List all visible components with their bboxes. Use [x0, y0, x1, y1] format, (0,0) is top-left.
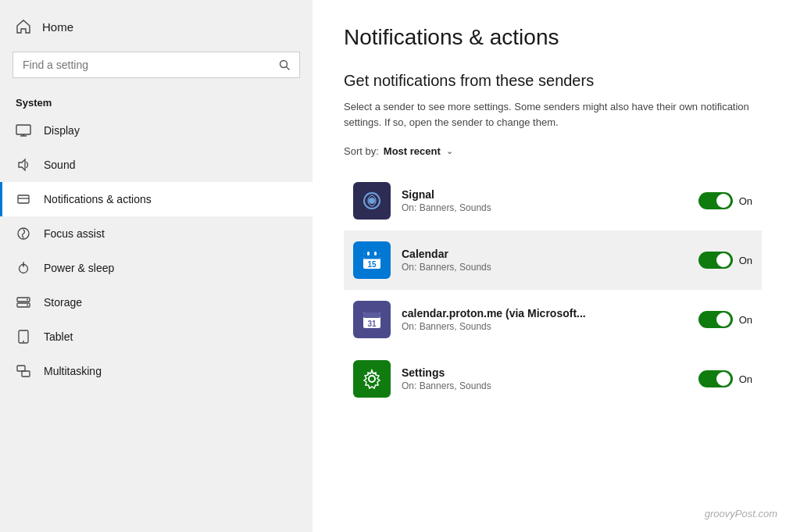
svg-marker-5 [19, 159, 25, 170]
multitasking-icon [16, 363, 31, 379]
page-title: Notifications & actions [344, 25, 762, 50]
chevron-down-icon: ⌄ [446, 146, 453, 156]
search-box[interactable] [13, 52, 300, 78]
sidebar-item-multitasking[interactable]: Multitasking [0, 354, 313, 388]
calendar-proton-toggle-label: On [739, 314, 752, 326]
home-label: Home [42, 20, 73, 34]
sidebar-item-sound[interactable]: Sound [0, 148, 313, 182]
calendar-toggle[interactable] [698, 252, 733, 269]
section-title: Get notifications from these senders [344, 72, 762, 90]
calendar-toggle-label: On [739, 255, 752, 266]
watermark: groovyPost.com [705, 508, 777, 520]
home-icon [16, 19, 31, 34]
svg-rect-6 [18, 195, 29, 203]
notif-item-settings[interactable]: Settings On: Banners, Sounds On [344, 349, 762, 409]
svg-rect-17 [17, 366, 25, 371]
section-desc: Select a sender to see more settings. So… [344, 99, 750, 130]
svg-rect-24 [367, 252, 370, 255]
sound-label: Sound [44, 159, 75, 171]
tablet-label: Tablet [44, 330, 73, 343]
svg-rect-18 [22, 371, 30, 377]
sidebar-item-tablet[interactable]: Tablet [0, 320, 313, 354]
svg-point-13 [27, 299, 28, 301]
calendar-name: Calendar [402, 248, 688, 260]
signal-toggle[interactable] [698, 192, 733, 209]
sound-icon [16, 157, 31, 173]
svg-rect-25 [374, 252, 377, 255]
sort-dropdown[interactable]: Most recent ⌄ [384, 145, 453, 157]
signal-name: Signal [402, 188, 688, 201]
settings-toggle-area: On [698, 370, 752, 387]
calendar-proton-toggle-area: On [698, 311, 752, 328]
calendar-proton-app-icon: 31 [353, 301, 391, 338]
settings-toggle-label: On [739, 373, 752, 385]
notif-item-calendar[interactable]: 15 Calendar On: Banners, Sounds On [344, 230, 762, 290]
settings-name: Settings [402, 366, 688, 379]
notifications-icon [16, 191, 31, 207]
calendar-status: On: Banners, Sounds [402, 262, 688, 273]
storage-label: Storage [44, 296, 82, 309]
power-icon [16, 260, 31, 276]
signal-toggle-label: On [739, 195, 752, 207]
signal-info: Signal On: Banners, Sounds [402, 188, 688, 213]
sidebar-item-focus[interactable]: Focus assist [0, 216, 313, 251]
svg-point-16 [23, 341, 24, 342]
svg-point-14 [27, 305, 28, 306]
system-section-label: System [0, 91, 313, 113]
sort-row: Sort by: Most recent ⌄ [344, 145, 762, 157]
svg-text:31: 31 [367, 320, 377, 328]
sidebar-item-home[interactable]: Home [0, 8, 313, 45]
sort-label: Sort by: [344, 145, 379, 157]
notif-item-calendar-proton[interactable]: 31 calendar.proton.me (via Microsoft... … [344, 290, 762, 349]
calendar-proton-toggle[interactable] [698, 311, 733, 328]
settings-status: On: Banners, Sounds [402, 380, 688, 391]
storage-icon [16, 295, 31, 310]
signal-status: On: Banners, Sounds [402, 202, 688, 213]
calendar-toggle-area: On [698, 252, 752, 269]
multitasking-label: Multitasking [44, 365, 102, 377]
signal-toggle-area: On [698, 192, 752, 209]
sort-value: Most recent [384, 145, 441, 157]
settings-app-icon [353, 360, 391, 398]
calendar-proton-status: On: Banners, Sounds [402, 321, 688, 332]
calendar-proton-info: calendar.proton.me (via Microsoft... On:… [402, 307, 688, 332]
calendar-proton-name: calendar.proton.me (via Microsoft... [402, 307, 688, 320]
power-label: Power & sleep [44, 262, 114, 274]
sidebar-item-power[interactable]: Power & sleep [0, 251, 313, 285]
svg-line-1 [287, 67, 290, 70]
focus-icon [16, 226, 31, 241]
sidebar-item-storage[interactable]: Storage [0, 285, 313, 320]
calendar-info: Calendar On: Banners, Sounds [402, 248, 688, 273]
main-content: Notifications & actions Get notification… [313, 0, 793, 532]
svg-text:15: 15 [367, 260, 377, 269]
focus-label: Focus assist [44, 227, 105, 240]
notif-item-signal[interactable]: Signal On: Banners, Sounds On [344, 171, 762, 230]
settings-info: Settings On: Banners, Sounds [402, 366, 688, 391]
sidebar-item-notifications[interactable]: Notifications & actions [0, 182, 313, 216]
monitor-icon [16, 123, 31, 138]
svg-point-20 [369, 198, 375, 204]
sidebar: Home System Display [0, 0, 313, 532]
signal-app-icon [353, 182, 391, 220]
svg-rect-2 [16, 125, 30, 134]
sidebar-item-display[interactable]: Display [0, 113, 313, 148]
search-icon [279, 59, 290, 70]
search-input[interactable] [23, 59, 273, 71]
notifications-label: Notifications & actions [44, 193, 152, 205]
tablet-icon [16, 329, 31, 345]
svg-rect-28 [363, 312, 380, 318]
settings-toggle[interactable] [698, 370, 733, 387]
svg-rect-22 [363, 253, 380, 259]
calendar-app-icon: 15 [353, 241, 391, 279]
display-label: Display [44, 124, 80, 137]
svg-point-30 [369, 376, 375, 382]
